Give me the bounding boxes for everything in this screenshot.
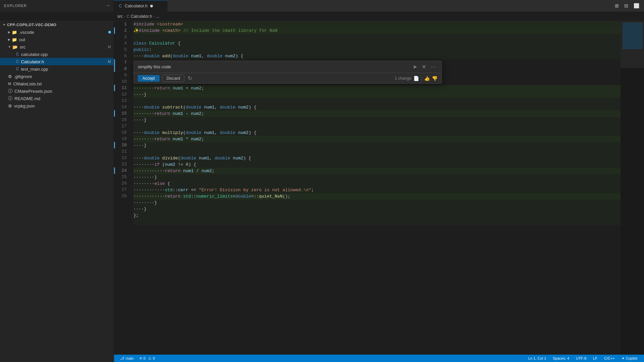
code-line-20: ············return num1 / num2; bbox=[133, 168, 621, 174]
sidebar-item-cmake[interactable]: M CMakeLists.txt bbox=[0, 80, 114, 87]
copilot-icon: ✦ bbox=[622, 356, 625, 361]
copilot-submit-btn[interactable]: ➤ bbox=[411, 63, 418, 71]
line-num-3: 3 bbox=[114, 34, 127, 40]
line-num-7: 7 bbox=[114, 59, 127, 66]
breadcrumb-file-icon: C bbox=[127, 14, 129, 18]
sidebar-item-label-calc-h: Calculator.h bbox=[21, 59, 44, 64]
copilot-close-btn[interactable]: ✕ bbox=[420, 63, 427, 71]
status-copilot[interactable]: ✦ Copilot bbox=[618, 355, 641, 362]
status-errors[interactable]: ✕ 0 ⚠ 0 bbox=[136, 355, 158, 362]
tab-filename: Calculator.h bbox=[125, 3, 148, 8]
code-line-12: ····} bbox=[133, 117, 621, 123]
status-eol[interactable]: LF bbox=[590, 355, 601, 362]
code-content[interactable]: #include <iostream> ✨#include <cmath> //… bbox=[131, 21, 621, 355]
line-num-13: 13 bbox=[114, 97, 127, 104]
status-bar: ⎇ main ✕ 0 ⚠ 0 Ln 1, Col 1 Spaces: 4 bbox=[114, 355, 644, 362]
line-num-23: 23 bbox=[114, 161, 127, 167]
maximize-btn[interactable]: ⬜ bbox=[632, 2, 641, 9]
editor-area: 1 2 3 4 5 6 7 8 9 10 11 12 13 14 15 16 bbox=[114, 21, 644, 362]
code-line-28 bbox=[133, 219, 621, 225]
window-actions: ⊞ ⊟ ⬜ bbox=[613, 0, 644, 11]
sidebar-item-vcpkg[interactable]: ⚙ vcpkg.json bbox=[0, 102, 114, 110]
thumbs-down-btn[interactable]: 👎 bbox=[432, 76, 437, 81]
accept-button[interactable]: Accept bbox=[138, 75, 160, 82]
sidebar-item-vscode[interactable]: ▶ 📁 .vscode bbox=[0, 28, 114, 36]
sidebar-item-readme[interactable]: ⓘ README.md bbox=[0, 95, 114, 102]
folder-icon: 📁 bbox=[12, 30, 17, 35]
copilot-prompt-input[interactable] bbox=[138, 64, 411, 69]
code-line-13 bbox=[133, 123, 621, 130]
code-line-27: }; bbox=[133, 212, 621, 219]
discard-button[interactable]: Discard bbox=[162, 75, 185, 82]
status-encoding[interactable]: UTF-8 bbox=[573, 355, 590, 362]
regenerate-button[interactable]: ↻ bbox=[187, 74, 193, 82]
sidebar-item-cmake-presets[interactable]: ⓘ CMakePresets.json bbox=[0, 87, 114, 95]
line-num-17: 17 bbox=[114, 123, 127, 129]
status-language[interactable]: C/C++ bbox=[601, 355, 618, 362]
line-num-18: 18 bbox=[114, 129, 127, 136]
copilot-more-btn[interactable]: ⋯ bbox=[429, 63, 437, 71]
line-num-12: 12 bbox=[114, 91, 127, 97]
status-spaces[interactable]: Spaces: 4 bbox=[549, 355, 573, 362]
sidebar-item-out[interactable]: ▶ 📁 out bbox=[0, 36, 114, 43]
git-branch-icon: ⎇ bbox=[120, 356, 124, 361]
file-icon-git: ⚙ bbox=[8, 74, 12, 79]
sidebar-item-test-main[interactable]: C test_main.cpp bbox=[0, 65, 114, 73]
chevron-down-icon-src: ▼ bbox=[8, 45, 11, 49]
sidebar-item-src[interactable]: ▼ 📂 src M bbox=[0, 43, 114, 51]
encoding-text: UTF-8 bbox=[576, 356, 586, 360]
breadcrumb-file[interactable]: Calculator.h bbox=[131, 14, 152, 19]
file-icon-vcpkg: ⚙ bbox=[8, 103, 12, 108]
sidebar-item-label-cmake: CMakeLists.txt bbox=[13, 81, 42, 86]
folder-icon-src: 📂 bbox=[12, 45, 18, 50]
thumbs-up-btn[interactable]: 👍 bbox=[424, 76, 430, 81]
layout-btn[interactable]: ⊞ bbox=[613, 2, 621, 9]
line-num-27: 27 bbox=[114, 187, 127, 193]
tab-calculator-h[interactable]: C Calculator.h bbox=[114, 0, 168, 11]
sidebar-menu-icon[interactable]: ⋯ bbox=[107, 3, 110, 8]
sidebar-item-calculator-cpp[interactable]: C calculator.cpp bbox=[0, 51, 114, 58]
copilot-text: Copilot bbox=[626, 356, 637, 360]
app-container: EXPLORER ⋯ C Calculator.h ⊞ ⊟ ⬜ src › C … bbox=[0, 0, 644, 362]
change-count-text: 1 change bbox=[395, 76, 411, 81]
error-count: 0 bbox=[143, 356, 145, 360]
line-num-5: 5 bbox=[114, 47, 127, 53]
chevron-down-icon: ▼ bbox=[3, 23, 6, 26]
line-num-8: 8 bbox=[114, 66, 127, 72]
line-num-19: 19 bbox=[114, 136, 127, 142]
status-branch[interactable]: ⎇ main bbox=[117, 355, 136, 362]
sidebar-item-label-src: src bbox=[20, 45, 25, 50]
diff-view-icon[interactable]: 📄 bbox=[413, 76, 419, 81]
breadcrumb-src[interactable]: src bbox=[117, 14, 123, 19]
file-icon-test: C bbox=[16, 67, 19, 71]
breadcrumb-more[interactable]: ... bbox=[156, 14, 159, 19]
folder-icon-out: 📁 bbox=[12, 37, 17, 42]
sidebar-item-label-readme: README.md bbox=[14, 96, 40, 101]
code-line-26: ····} bbox=[133, 206, 621, 212]
language-text: C/C++ bbox=[604, 356, 615, 360]
code-editor[interactable]: 1 2 3 4 5 6 7 8 9 10 11 12 13 14 15 16 bbox=[114, 21, 644, 355]
file-icon-cpp: C bbox=[16, 52, 19, 57]
minimap-thumb bbox=[623, 22, 643, 49]
code-line-25: ········} bbox=[133, 200, 621, 206]
error-icon: ✕ bbox=[139, 356, 142, 361]
sidebar-item-calculator-h[interactable]: C Calculator.h M bbox=[0, 58, 114, 65]
file-icon-cmake-presets: ⓘ bbox=[8, 88, 12, 94]
code-line-14: ····double multiply(double num1, double … bbox=[133, 130, 621, 136]
line-num-25: 25 bbox=[114, 174, 127, 180]
status-line-col[interactable]: Ln 1, Col 1 bbox=[525, 355, 549, 362]
line-num-2: 2 bbox=[114, 27, 127, 34]
sidebar-item-gitignore[interactable]: ⚙ .gitignore bbox=[0, 73, 114, 80]
tab-bar: EXPLORER ⋯ C Calculator.h ⊞ ⊟ ⬜ bbox=[0, 0, 644, 12]
code-line-10: ····double subtract(double num1, double … bbox=[133, 104, 621, 111]
code-line-23: ············std::cerr << "Error! Divisio… bbox=[133, 187, 621, 193]
change-count: 1 change 📄 | 👍 👎 bbox=[395, 76, 437, 81]
tab-modified-dot bbox=[150, 5, 153, 7]
sidebar-item-label-vscode: .vscode bbox=[19, 30, 34, 35]
line-num-16: 16 bbox=[114, 117, 127, 123]
code-line-15: ········return num1 * num2; bbox=[133, 136, 621, 142]
code-line-22: ········else { bbox=[133, 180, 621, 187]
split-btn[interactable]: ⊟ bbox=[622, 2, 630, 9]
line-num-20: 20 bbox=[114, 142, 127, 148]
sidebar-item-project-root[interactable]: ▼ CPP-COPILOT-VSC-DEMO bbox=[0, 21, 114, 28]
